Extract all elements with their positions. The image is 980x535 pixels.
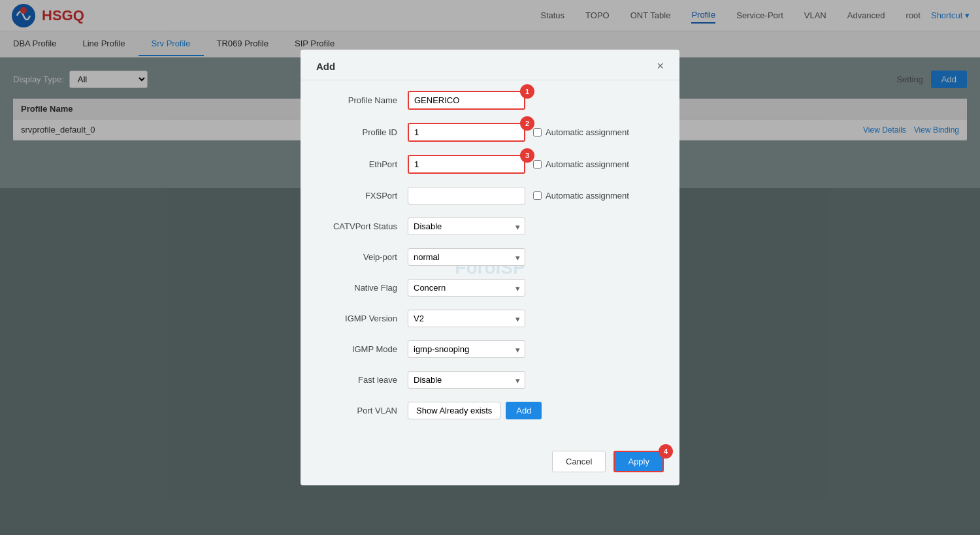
profile-id-auto-label: Automatic assignment (546, 127, 629, 137)
dialog-close-button[interactable]: × (657, 60, 664, 72)
profile-name-row: Profile Name 1 (316, 91, 664, 110)
profile-name-input[interactable] (408, 91, 525, 110)
step-3-badge: 3 (520, 148, 534, 163)
catvport-label: CATVPort Status (316, 221, 408, 231)
fxsport-auto-group: Automatic assignment (533, 191, 629, 201)
nativeflag-row: Native Flag Concern Other (316, 279, 664, 297)
dialog-body: Profile Name 1 Profile ID 2 Automatic as… (301, 80, 679, 443)
ethport-row: EthPort 3 Automatic assignment (316, 155, 664, 174)
ethport-auto-label: Automatic assignment (546, 159, 629, 169)
igmpmode-row: IGMP Mode igmp-snooping igmp-proxy (316, 340, 664, 358)
igmpversion-select[interactable]: V2 V3 (408, 310, 525, 327)
show-already-button[interactable]: Show Already exists (408, 402, 500, 419)
igmpmode-label: IGMP Mode (316, 344, 408, 354)
ethport-auto-checkbox[interactable] (533, 160, 542, 169)
portvlan-label: Port VLAN (316, 406, 408, 415)
ethport-input[interactable] (408, 155, 525, 174)
igmpmode-select[interactable]: igmp-snooping igmp-proxy (408, 340, 525, 358)
profile-id-wrapper: 2 (408, 123, 525, 142)
profile-id-input[interactable] (408, 123, 525, 142)
fastleave-row: Fast leave Disable Enable (316, 371, 664, 389)
apply-wrapper: Apply 4 (613, 451, 664, 472)
apply-button[interactable]: Apply (613, 451, 664, 472)
fastleave-select-wrapper: Disable Enable (408, 371, 525, 389)
add-dialog: ForoISP Add × Profile Name 1 Profile ID … (301, 50, 679, 485)
step-4-badge: 4 (659, 444, 673, 459)
portvlan-row: Port VLAN Show Already exists Add (316, 402, 664, 419)
port-add-button[interactable]: Add (506, 402, 542, 419)
fastleave-label: Fast leave (316, 375, 408, 385)
ethport-label: EthPort (316, 159, 408, 169)
nativeflag-select[interactable]: Concern Other (408, 279, 525, 297)
ethport-wrapper: 3 (408, 155, 525, 174)
step-2-badge: 2 (520, 116, 534, 131)
veipport-label: Veip-port (316, 252, 408, 262)
fxsport-auto-checkbox[interactable] (533, 191, 542, 200)
profile-id-auto-group: Automatic assignment (533, 127, 629, 137)
profile-name-wrapper: 1 (408, 91, 525, 110)
profile-id-auto-checkbox[interactable] (533, 128, 542, 137)
dialog-footer: Cancel Apply 4 (301, 443, 679, 472)
catvport-select-wrapper: Disable Enable (408, 218, 525, 235)
igmpversion-row: IGMP Version V2 V3 (316, 310, 664, 327)
fastleave-select[interactable]: Disable Enable (408, 371, 525, 389)
igmpversion-select-wrapper: V2 V3 (408, 310, 525, 327)
veipport-select[interactable]: normal other (408, 248, 525, 266)
cancel-button[interactable]: Cancel (552, 451, 606, 472)
dialog-title: Add (316, 61, 335, 72)
nativeflag-label: Native Flag (316, 283, 408, 293)
fxsport-input[interactable] (408, 187, 525, 204)
igmpmode-select-wrapper: igmp-snooping igmp-proxy (408, 340, 525, 358)
dialog-header: Add × (301, 50, 679, 80)
profile-id-label: Profile ID (316, 127, 408, 137)
ethport-auto-group: Automatic assignment (533, 159, 629, 169)
step-1-badge: 1 (520, 84, 534, 99)
nativeflag-select-wrapper: Concern Other (408, 279, 525, 297)
dialog-backdrop: ForoISP Add × Profile Name 1 Profile ID … (0, 0, 980, 535)
fxsport-auto-label: Automatic assignment (546, 191, 629, 201)
profile-name-label: Profile Name (316, 95, 408, 105)
veipport-row: Veip-port normal other (316, 248, 664, 266)
port-vlan-buttons: Show Already exists Add (408, 402, 542, 419)
fxsport-label: FXSPort (316, 191, 408, 201)
igmpversion-label: IGMP Version (316, 314, 408, 323)
profile-id-row: Profile ID 2 Automatic assignment (316, 123, 664, 142)
catvport-row: CATVPort Status Disable Enable (316, 218, 664, 235)
catvport-select[interactable]: Disable Enable (408, 218, 525, 235)
veipport-select-wrapper: normal other (408, 248, 525, 266)
fxsport-row: FXSPort Automatic assignment (316, 187, 664, 204)
